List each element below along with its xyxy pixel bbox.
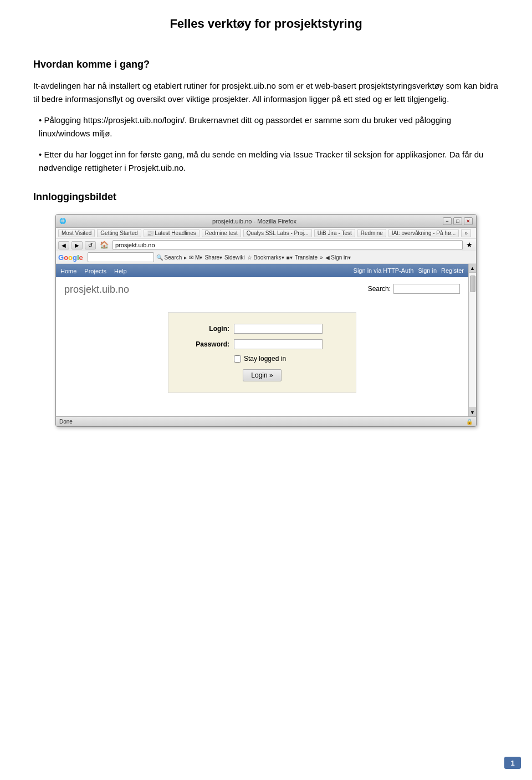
maximize-button[interactable]: □ <box>453 217 462 225</box>
stay-logged-in-label: Stay logged in <box>244 355 286 363</box>
reload-button[interactable]: ↺ <box>85 241 96 249</box>
home-button[interactable]: 🏠 <box>98 241 110 249</box>
google-toolbar-items: 🔍 Search ▸ ✉ M▾ Share▾ Sidewiki ☆ Bookma… <box>156 254 474 261</box>
toolbar-more[interactable]: ■▾ <box>287 254 293 261</box>
redmine-content: Search: prosjekt.uib.no Login: Password: <box>56 277 468 416</box>
browser-title: prosjekt.uib.no - Mozilla Firefox <box>66 218 443 225</box>
bookmark-iat[interactable]: IAt: overvåkning - På hø... <box>388 229 459 237</box>
password-label: Password: <box>185 340 229 348</box>
login-button[interactable]: Login » <box>243 369 281 381</box>
browser-favicon: 🌐 <box>59 218 66 224</box>
close-button[interactable]: ✕ <box>464 217 473 225</box>
toolbar-signin[interactable]: ◀ Sign in▾ <box>325 254 351 261</box>
toolbar-bookmarks[interactable]: ☆ Bookmarks▾ <box>247 254 284 261</box>
stay-logged-in-row: Stay logged in <box>234 355 339 363</box>
forward-button[interactable]: ▶ <box>71 241 83 249</box>
toolbar-gmail[interactable]: ✉ M▾ <box>189 254 202 261</box>
browser-body: Home Projects Help Sign in via HTTP-Auth… <box>56 264 476 416</box>
toolbar-share[interactable]: Share▾ <box>204 254 222 261</box>
bookmark-getting-started[interactable]: Getting Started <box>97 229 141 237</box>
security-icon: 🔒 <box>466 419 473 425</box>
back-button[interactable]: ◀ <box>58 241 69 249</box>
redmine-header: Home Projects Help Sign in via HTTP-Auth… <box>56 264 468 277</box>
google-logo: Google <box>58 253 83 262</box>
address-input[interactable] <box>112 240 463 250</box>
scrollbar-thumb[interactable] <box>470 276 475 292</box>
nav-home[interactable]: Home <box>60 268 76 274</box>
login-input[interactable] <box>234 324 323 334</box>
register-link[interactable]: Register <box>441 267 464 274</box>
redmine-nav: Home Projects Help <box>60 266 132 276</box>
bookmark-redmine[interactable]: Redmine <box>357 229 386 237</box>
login-btn-row: Login » <box>185 369 339 381</box>
browser-titlebar: 🌐 prosjekt.uib.no - Mozilla Firefox − □ … <box>56 215 476 228</box>
scrollbar-down[interactable]: ▼ <box>469 407 477 416</box>
status-text: Done <box>59 419 73 425</box>
bookmarks-more[interactable]: » <box>461 229 471 237</box>
bookmark-qualys[interactable]: Qualys SSL Labs - Proj... <box>243 229 312 237</box>
page-number-badge: 1 <box>504 757 521 769</box>
login-row: Login: <box>185 324 339 334</box>
login-form: Login: Password: Stay logged in Login » <box>168 312 356 393</box>
google-toolbar: Google 🔍 Search ▸ ✉ M▾ Share▾ Sidewiki ☆… <box>56 251 476 264</box>
nav-help[interactable]: Help <box>114 268 127 274</box>
google-search-input[interactable] <box>88 252 154 262</box>
bullet2: • Etter du har logget inn for første gan… <box>33 148 499 175</box>
redmine-search-area: Search: <box>368 284 460 294</box>
toolbar-sidewiki[interactable]: Sidewiki <box>224 254 245 261</box>
browser-statusbar: Done 🔒 <box>56 416 476 426</box>
search-label: Search: <box>368 285 391 293</box>
minimize-button[interactable]: − <box>443 217 452 225</box>
toolbar-search[interactable]: 🔍 Search <box>156 254 182 261</box>
section1-heading: Hvordan komme i gang? <box>33 59 499 70</box>
page-title: Felles verktøy for prosjektstyring <box>33 17 499 31</box>
signin-link[interactable]: Sign in <box>418 267 437 274</box>
toolbar-translate[interactable]: Translate <box>295 254 318 261</box>
bookmark-uib-jira[interactable]: UiB Jira - Test <box>314 229 355 237</box>
bookmarks-bar: Most Visited Getting Started 📰 Latest He… <box>56 228 476 239</box>
redmine-search-input[interactable] <box>393 284 460 294</box>
add-bookmark-icon[interactable]: ★ <box>465 241 474 249</box>
browser-window: 🌐 prosjekt.uib.no - Mozilla Firefox − □ … <box>55 214 477 427</box>
stay-logged-in-checkbox[interactable] <box>234 355 241 363</box>
toolbar-play[interactable]: ▸ <box>184 254 187 261</box>
bookmark-most-visited[interactable]: Most Visited <box>58 229 95 237</box>
address-bar-row: ◀ ▶ ↺ 🏠 ★ <box>56 239 476 251</box>
password-input[interactable] <box>234 339 323 349</box>
nav-projects[interactable]: Projects <box>84 268 106 274</box>
bookmark-latest-headlines[interactable]: 📰 Latest Headlines <box>144 229 200 237</box>
scrollbar-up[interactable]: ▲ <box>469 264 477 273</box>
redmine-auth-links: Sign in via HTTP-Auth Sign in Register <box>354 267 464 274</box>
section2-heading: Innloggingsbildet <box>33 191 499 203</box>
paragraph1: It-avdelingen har nå installert og etabl… <box>33 79 499 106</box>
scrollbar-track <box>469 273 476 407</box>
browser-main-content: Home Projects Help Sign in via HTTP-Auth… <box>56 264 468 416</box>
browser-scrollbar[interactable]: ▲ ▼ <box>468 264 476 416</box>
bookmark-redmine-test[interactable]: Redmine test <box>202 229 241 237</box>
password-row: Password: <box>185 339 339 349</box>
bullet1: • Pålogging https://prosjekt.uib.no/logi… <box>33 114 499 140</box>
login-label: Login: <box>185 325 229 333</box>
signin-http-auth[interactable]: Sign in via HTTP-Auth <box>354 267 414 274</box>
toolbar-extend[interactable]: » <box>320 254 323 261</box>
window-controls[interactable]: − □ ✕ <box>443 217 473 225</box>
